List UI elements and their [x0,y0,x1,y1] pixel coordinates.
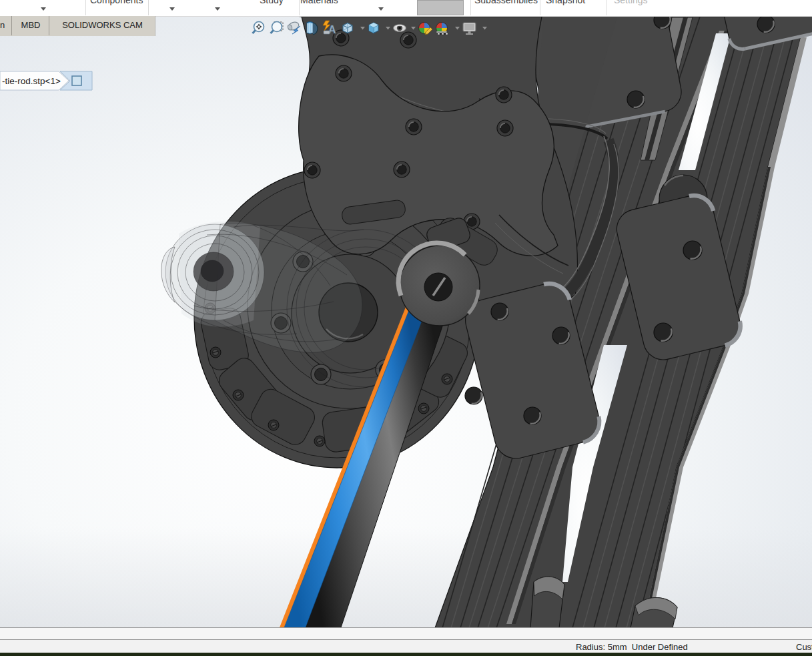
svg-text:-tie-rod.stp<1>: -tie-rod.stp<1> [2,76,61,86]
